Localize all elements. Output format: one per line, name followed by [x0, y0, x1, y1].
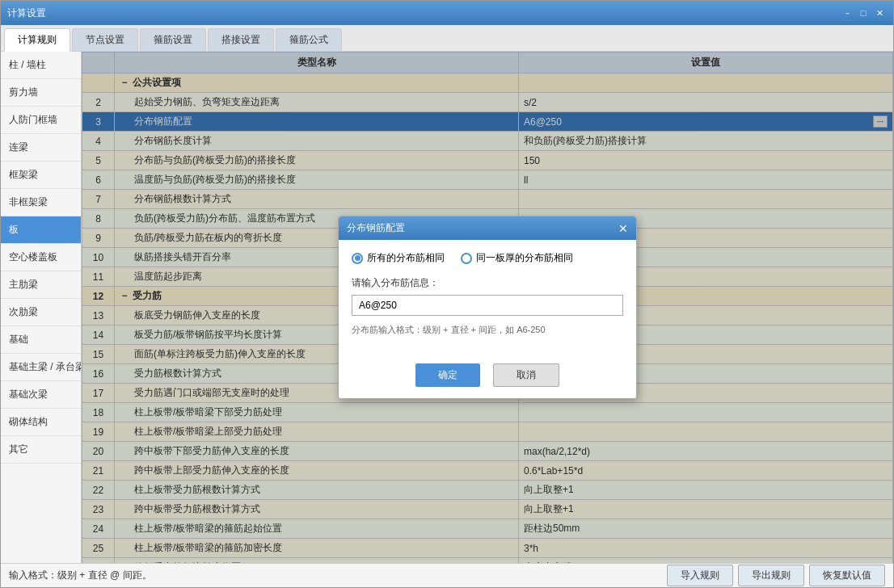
format-hint: 分布筋输入格式：级别 + 直径 + 间距，如 A6-250 — [352, 324, 623, 336]
modal-title: 分布钢筋配置 — [347, 221, 405, 235]
sidebar-item-7[interactable]: 空心楼盖板 — [1, 244, 81, 271]
sidebar-item-9[interactable]: 次肋梁 — [1, 299, 81, 326]
title-bar: 计算设置 － □ ✕ — [1, 1, 893, 25]
modal-overlay: 分布钢筋配置 ✕ 所有的分布筋相同 同一板厚的分布筋相同 — [82, 52, 893, 563]
tab-node-settings[interactable]: 节点设置 — [72, 28, 138, 51]
modal-dialog: 分布钢筋配置 ✕ 所有的分布筋相同 同一板厚的分布筋相同 — [338, 216, 637, 399]
sidebar-item-1[interactable]: 剪力墙 — [1, 79, 81, 107]
radio-circle-all — [352, 253, 363, 264]
modal-header: 分布钢筋配置 ✕ — [339, 216, 636, 240]
sidebar-item-6[interactable]: 板 — [1, 216, 81, 244]
bottom-buttons: 导入规则 导出规则 恢复默认值 — [667, 565, 885, 586]
tab-stirrup-formula[interactable]: 箍筋公式 — [276, 28, 342, 51]
sidebar: 柱 / 墙柱剪力墙人防门框墙连梁框架梁非框架梁板空心楼盖板主肋梁次肋梁基础基础主… — [1, 52, 82, 563]
tab-calc-rules[interactable]: 计算规则 — [4, 28, 70, 52]
minimize-button[interactable]: － — [840, 6, 854, 20]
radio-group: 所有的分布筋相同 同一板厚的分布筋相同 — [352, 251, 623, 265]
tab-stirrup-settings[interactable]: 箍筋设置 — [140, 28, 206, 51]
restore-defaults-button[interactable]: 恢复默认值 — [809, 565, 885, 586]
input-label: 请输入分布筋信息： — [352, 276, 623, 290]
sidebar-item-14[interactable]: 其它 — [1, 436, 81, 464]
sidebar-item-0[interactable]: 柱 / 墙柱 — [1, 52, 81, 79]
modal-close-button[interactable]: ✕ — [618, 222, 628, 235]
import-rules-button[interactable]: 导入规则 — [667, 565, 733, 586]
export-rules-button[interactable]: 导出规则 — [738, 565, 804, 586]
maximize-button[interactable]: □ — [856, 6, 871, 20]
bottom-bar: 输入格式：级别 + 直径 @ 间距。 导入规则 导出规则 恢复默认值 — [1, 563, 893, 587]
modal-body: 所有的分布筋相同 同一板厚的分布筋相同 请输入分布筋信息： 分布筋输入格式：级别… — [339, 240, 636, 357]
bottom-hint: 输入格式：级别 + 直径 @ 间距。 — [9, 569, 152, 582]
tab-splice-settings[interactable]: 搭接设置 — [208, 28, 274, 51]
radio-all-same[interactable]: 所有的分布筋相同 — [352, 251, 445, 265]
main-content: 柱 / 墙柱剪力墙人防门框墙连梁框架梁非框架梁板空心楼盖板主肋梁次肋梁基础基础主… — [1, 52, 893, 563]
sidebar-item-5[interactable]: 非框架梁 — [1, 189, 81, 216]
title-bar-buttons: － □ ✕ — [840, 6, 887, 20]
radio-same-thickness[interactable]: 同一板厚的分布筋相同 — [461, 251, 573, 265]
main-window: 计算设置 － □ ✕ 计算规则 节点设置 箍筋设置 搭接设置 箍筋公式 柱 / … — [0, 0, 894, 588]
sidebar-item-12[interactable]: 基础次梁 — [1, 381, 81, 409]
close-button[interactable]: ✕ — [872, 6, 887, 20]
cancel-button[interactable]: 取消 — [493, 363, 559, 387]
radio-circle-thickness — [461, 253, 472, 264]
modal-footer: 确定 取消 — [339, 357, 636, 398]
sidebar-item-3[interactable]: 连梁 — [1, 134, 81, 162]
sidebar-item-10[interactable]: 基础 — [1, 326, 81, 354]
radio-label-thickness: 同一板厚的分布筋相同 — [476, 251, 573, 265]
sidebar-item-13[interactable]: 砌体结构 — [1, 409, 81, 436]
confirm-button[interactable]: 确定 — [415, 363, 480, 387]
sidebar-item-8[interactable]: 主肋梁 — [1, 271, 81, 299]
sidebar-item-2[interactable]: 人防门框墙 — [1, 107, 81, 134]
sidebar-item-4[interactable]: 框架梁 — [1, 162, 81, 189]
distribution-rebar-input[interactable] — [352, 295, 623, 316]
sidebar-item-11[interactable]: 基础主梁 / 承台梁 — [1, 354, 81, 381]
table-area: 类型名称 设置值 －公共设置项2起始受力钢筋、负弯矩支座边距离s/23分布钢筋配… — [82, 52, 893, 563]
tab-bar: 计算规则 节点设置 箍筋设置 搭接设置 箍筋公式 — [1, 25, 893, 52]
radio-label-all: 所有的分布筋相同 — [367, 251, 445, 265]
window-title: 计算设置 — [7, 6, 46, 20]
